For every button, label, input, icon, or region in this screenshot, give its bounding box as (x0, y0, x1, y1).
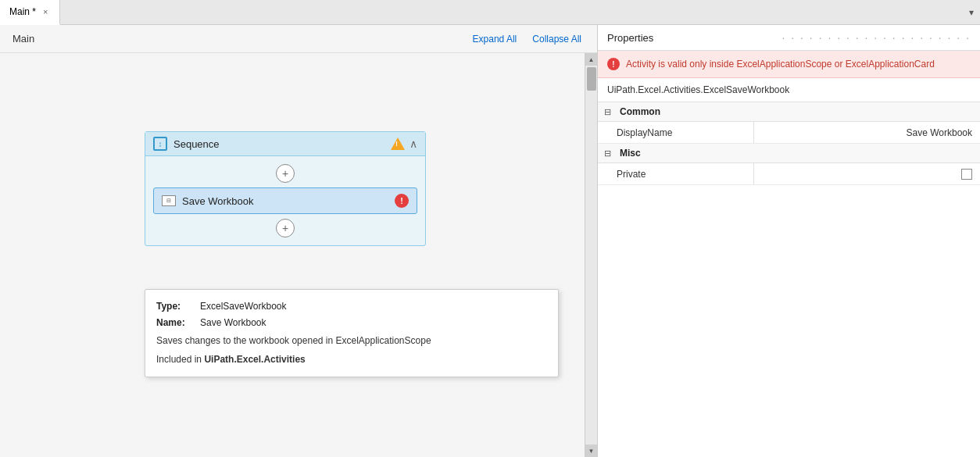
error-banner: ! Activity is valid only inside ExcelApp… (598, 51, 980, 78)
misc-section-title: Misc (620, 148, 641, 159)
canvas-title: Main (13, 33, 34, 45)
add-activity-button-top[interactable]: + (276, 164, 295, 183)
tooltip-name-row: Name: Save Workbook (156, 316, 547, 330)
tab-close-button[interactable]: × (41, 6, 50, 17)
prop-value-displayname: Save Workbook (754, 122, 980, 143)
tooltip-type-row: Type: ExcelSaveWorkbook (156, 299, 547, 314)
sequence-title: Sequence (173, 138, 220, 150)
error-circle-icon: ! (607, 58, 620, 70)
prop-value-private (754, 163, 980, 184)
main-tab[interactable]: Main * × (0, 0, 60, 25)
collapse-all-button[interactable]: Collapse All (529, 32, 585, 46)
sequence-title-area: ↕ Sequence (153, 137, 220, 151)
tab-label: Main * (9, 6, 36, 17)
properties-header: Properties · · · · · · · · · · · · · · ·… (598, 25, 980, 51)
canvas-content: ↕ Sequence ∧ + ⊟ (0, 53, 597, 457)
sequence-body: + ⊟ Save Workbook ! + (145, 156, 425, 245)
properties-title: Properties (607, 32, 776, 44)
tooltip-box: Type: ExcelSaveWorkbook Name: Save Workb… (145, 289, 559, 377)
scrollbar-down-button[interactable]: ▼ (585, 445, 598, 457)
properties-panel: Properties · · · · · · · · · · · · · · ·… (597, 25, 980, 457)
common-section-title: Common (620, 106, 660, 117)
tab-bar: Main * × ▾ (0, 0, 980, 25)
sequence-icon: ↕ (153, 137, 167, 151)
tab-dropdown-icon[interactable]: ▾ (963, 4, 980, 21)
activity-label: Save Workbook (182, 195, 388, 207)
main-layout: Main Expand All Collapse All ↕ Sequence (0, 25, 980, 457)
canvas-scrollbar: ▲ ▼ (585, 53, 597, 457)
tooltip-included: Included in UiPath.Excel.Activities (156, 352, 547, 367)
tooltip-included-value: UiPath.Excel.Activities (204, 354, 305, 365)
sequence-header: ↕ Sequence ∧ (145, 132, 425, 156)
scrollbar-up-button[interactable]: ▲ (585, 53, 598, 66)
private-checkbox[interactable] (961, 169, 972, 180)
prop-row-displayname: DisplayName Save Workbook (598, 122, 980, 144)
common-section-toggle: ⊟ (604, 107, 615, 117)
properties-table: ⊟ Common DisplayName Save Workbook ⊟ Mis… (598, 102, 980, 457)
add-activity-button-bottom[interactable]: + (276, 219, 295, 237)
tooltip-type-label: Type: (156, 299, 195, 314)
sequence-collapse-button[interactable]: ∧ (410, 137, 417, 150)
activity-icon: ⊟ (162, 195, 176, 206)
scrollbar-thumb[interactable] (587, 67, 596, 91)
canvas-area: Main Expand All Collapse All ↕ Sequence (0, 25, 597, 457)
tooltip-name-label: Name: (156, 316, 195, 330)
sequence-block: ↕ Sequence ∧ + ⊟ (145, 131, 426, 246)
prop-section-common[interactable]: ⊟ Common (598, 102, 980, 122)
prop-row-private: Private (598, 163, 980, 185)
activity-type-label: UiPath.Excel.Activities.ExcelSaveWorkboo… (598, 78, 980, 102)
activity-error-icon: ! (395, 194, 409, 208)
warning-triangle (391, 137, 405, 150)
misc-section-toggle: ⊟ (604, 148, 615, 159)
warning-icon (391, 137, 405, 151)
error-message: Activity is valid only inside ExcelAppli… (626, 57, 935, 71)
properties-dots: · · · · · · · · · · · · · · · · · · · · … (782, 31, 971, 44)
prop-name-private: Private (598, 163, 754, 184)
prop-section-misc[interactable]: ⊟ Misc (598, 144, 980, 163)
save-workbook-activity[interactable]: ⊟ Save Workbook ! (153, 187, 417, 214)
canvas-actions: Expand All Collapse All (470, 32, 585, 46)
tooltip-name-value: Save Workbook (200, 316, 266, 330)
canvas-toolbar: Main Expand All Collapse All (0, 25, 597, 53)
sequence-controls: ∧ (391, 137, 417, 151)
expand-all-button[interactable]: Expand All (470, 32, 520, 46)
tooltip-type-value: ExcelSaveWorkbook (200, 299, 287, 314)
tooltip-desc: Saves changes to the workbook opened in … (156, 334, 547, 348)
scrollbar-track (585, 66, 597, 445)
prop-name-displayname: DisplayName (598, 122, 754, 143)
